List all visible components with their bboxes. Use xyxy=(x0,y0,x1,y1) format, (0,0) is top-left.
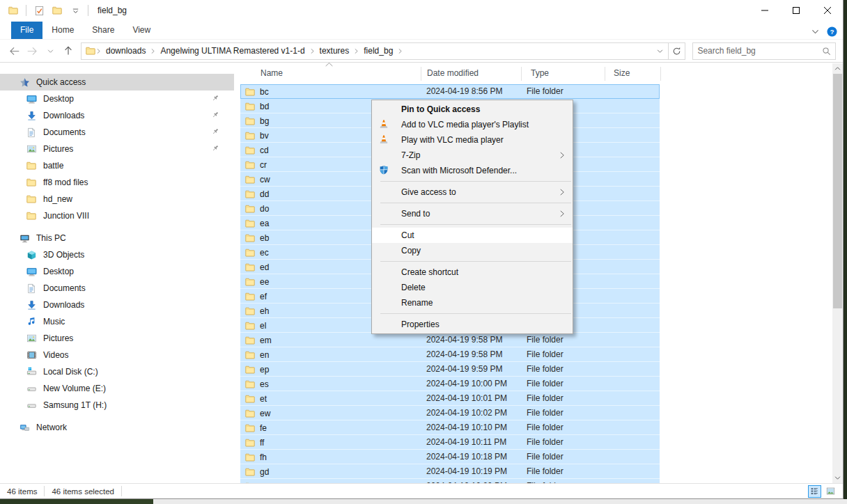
forward-button[interactable] xyxy=(24,42,40,59)
sidebar-item-pictures[interactable]: Pictures xyxy=(0,141,234,157)
music-icon xyxy=(25,317,38,326)
breadcrumb-segment-textures[interactable]: textures xyxy=(316,46,354,56)
menu-item-play-with-vlc-media-player[interactable]: Play with VLC media player xyxy=(372,132,573,148)
sidebar-item-hd-new[interactable]: hd_new xyxy=(0,191,234,207)
file-row-ep[interactable]: ep 2024-04-19 9:59 PM File folder xyxy=(240,362,660,377)
submenu-arrow-icon xyxy=(558,151,566,159)
back-button[interactable] xyxy=(6,42,22,59)
tab-share[interactable]: Share xyxy=(83,22,123,39)
column-header-type[interactable]: Type xyxy=(531,68,549,78)
menu-item-add-to-vlc-media-player-s-playlist[interactable]: Add to VLC media player's Playlist xyxy=(372,117,573,132)
sidebar-item-quick-access[interactable]: Quick access xyxy=(0,74,234,90)
sidebar-item-desktop[interactable]: Desktop xyxy=(0,90,234,107)
sidebar-item-pictures[interactable]: Pictures xyxy=(0,330,234,347)
file-row-en[interactable]: en 2024-04-19 9:58 PM File folder xyxy=(240,347,660,362)
sidebar-item-this-pc[interactable]: This PC xyxy=(0,230,234,246)
file-row-bc[interactable]: bc 2024-04-19 8:56 PM File folder xyxy=(240,84,660,99)
column-header-date-modified[interactable]: Date modified xyxy=(427,68,479,78)
sidebar-item-downloads[interactable]: Downloads xyxy=(0,297,234,313)
sidebar-item-documents[interactable]: Documents xyxy=(0,124,234,141)
column-header-size[interactable]: Size xyxy=(614,68,630,78)
sidebar-item-junction-viii[interactable]: Junction VIII xyxy=(0,207,234,224)
sidebar-item-documents[interactable]: Documents xyxy=(0,280,234,297)
sidebar-item-desktop[interactable]: Desktop xyxy=(0,263,234,280)
menu-item-7-zip[interactable]: 7-Zip xyxy=(372,148,573,163)
file-row-ff[interactable]: ff 2024-04-19 10:11 PM File folder xyxy=(240,435,660,450)
menu-item-properties[interactable]: Properties xyxy=(372,317,573,332)
folder-icon xyxy=(245,306,255,316)
breadcrumb-segment-angelwing-ultima-remastered-v1-1-d[interactable]: Angelwing ULTIMA Remastered v1-1-d xyxy=(156,46,309,56)
search-input[interactable] xyxy=(697,46,822,56)
folder-icon xyxy=(245,438,255,448)
breadcrumb-segment-field-bg[interactable]: field_bg xyxy=(359,46,397,56)
sidebar-item-network[interactable]: Network xyxy=(0,419,234,436)
sidebar-item-downloads[interactable]: Downloads xyxy=(0,107,234,124)
address-bar[interactable]: downloads Angelwing ULTIMA Remastered v1… xyxy=(81,42,669,60)
app-folder-icon[interactable] xyxy=(6,3,21,18)
large-icons-view-button[interactable] xyxy=(824,485,837,498)
maximize-button[interactable] xyxy=(780,0,811,21)
address-row: downloads Angelwing ULTIMA Remastered v1… xyxy=(0,40,843,63)
breadcrumb: downloads Angelwing ULTIMA Remastered v1… xyxy=(95,46,654,56)
up-button[interactable] xyxy=(60,42,77,59)
scroll-down-button[interactable] xyxy=(832,473,843,483)
breadcrumb-chevron-icon xyxy=(150,48,156,54)
scrollbar-thumb[interactable] xyxy=(833,74,842,308)
menu-item-send-to[interactable]: Send to xyxy=(372,206,573,221)
file-row-fh[interactable]: fh 2024-04-19 10:18 PM File folder xyxy=(240,450,660,464)
sidebar-item-ff8-mod-files[interactable]: ff8 mod files xyxy=(0,174,234,191)
breadcrumb-segment-downloads[interactable]: downloads xyxy=(102,46,150,56)
videos-icon xyxy=(25,350,38,360)
file-row-gd[interactable]: gd 2024-04-19 10:19 PM File folder xyxy=(240,464,660,479)
tab-file[interactable]: File xyxy=(11,22,42,39)
file-row-ew[interactable]: ew 2024-04-19 10:02 PM File folder xyxy=(240,406,660,420)
column-headers: Name Date modified Type Size xyxy=(234,64,832,82)
sidebar-item-music[interactable]: Music xyxy=(0,313,234,330)
sidebar-item-battle[interactable]: battle xyxy=(0,157,234,174)
sidebar-item-videos[interactable]: Videos xyxy=(0,347,234,363)
sidebar-item-new-volume-e[interactable]: New Volume (E:) xyxy=(0,380,234,397)
details-view-button[interactable] xyxy=(808,485,821,498)
menu-item-scan-with-microsoft-defender[interactable]: Scan with Microsoft Defender... xyxy=(372,163,573,178)
menu-item-give-access-to[interactable]: Give access to xyxy=(372,184,573,200)
folder-icon xyxy=(25,161,38,171)
menu-separator xyxy=(380,203,571,203)
tab-view[interactable]: View xyxy=(123,22,160,39)
folder-icon xyxy=(25,194,38,204)
svg-text:?: ? xyxy=(830,29,834,36)
properties-button[interactable] xyxy=(31,3,47,18)
refresh-button[interactable] xyxy=(669,42,686,60)
selected-count: 46 items selected xyxy=(45,487,121,496)
tab-home[interactable]: Home xyxy=(42,22,83,39)
menu-item-create-shortcut[interactable]: Create shortcut xyxy=(372,265,573,280)
file-row-fe[interactable]: fe 2024-04-19 10:10 PM File folder xyxy=(240,420,660,435)
downloads-icon xyxy=(25,300,38,310)
help-button[interactable]: ? xyxy=(827,26,837,37)
sidebar-item-local-disk-c[interactable]: Local Disk (C:) xyxy=(0,363,234,380)
toolbar-separator xyxy=(88,5,88,16)
minimize-button[interactable] xyxy=(749,0,780,21)
recent-locations-chevron-icon[interactable] xyxy=(42,42,59,59)
customize-toolbar-chevron-icon[interactable] xyxy=(68,3,83,18)
menu-item-pin-to-quick-access[interactable]: Pin to Quick access xyxy=(372,102,573,117)
downloads-icon xyxy=(25,111,38,121)
menu-item-cut[interactable]: Cut xyxy=(372,228,573,243)
window-title: field_bg xyxy=(98,6,127,15)
address-dropdown-chevron-icon[interactable] xyxy=(654,47,667,55)
file-row-em[interactable]: em 2024-04-19 9:58 PM File folder xyxy=(240,333,660,347)
menu-item-copy[interactable]: Copy xyxy=(372,243,573,258)
column-header-name[interactable]: Name xyxy=(261,68,283,78)
menu-separator xyxy=(380,261,571,262)
vertical-scrollbar[interactable] xyxy=(832,63,843,483)
menu-item-delete[interactable]: Delete xyxy=(372,280,573,295)
close-button[interactable] xyxy=(811,0,843,21)
file-row-et[interactable]: et 2024-04-19 10:01 PM File folder xyxy=(240,391,660,406)
file-row-es[interactable]: es 2024-04-19 10:00 PM File folder xyxy=(240,377,660,391)
menu-item-rename[interactable]: Rename xyxy=(372,295,573,310)
sidebar-item-samsung-1t-h[interactable]: Samsung 1T (H:) xyxy=(0,397,234,414)
new-folder-button[interactable] xyxy=(49,3,65,18)
scroll-up-button[interactable] xyxy=(832,63,843,74)
expand-ribbon-chevron-icon[interactable] xyxy=(811,27,820,36)
folder-icon xyxy=(245,423,255,433)
sidebar-item-3d-objects[interactable]: 3D Objects xyxy=(0,246,234,263)
